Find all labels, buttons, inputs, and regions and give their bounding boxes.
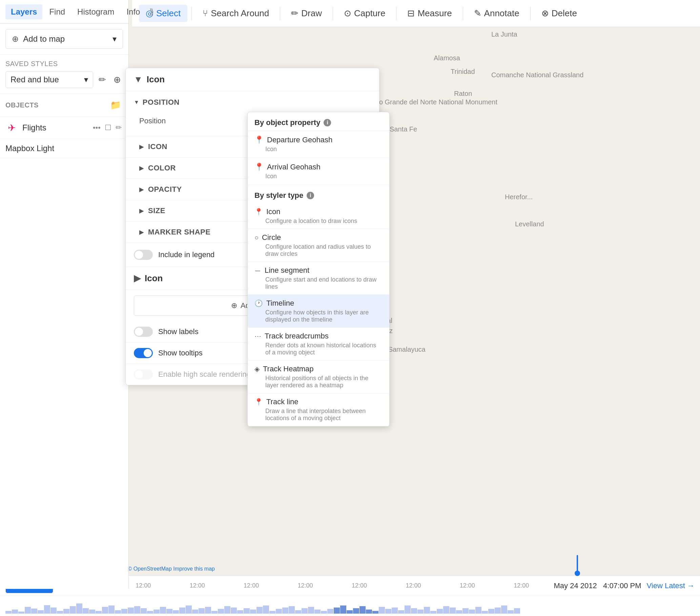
- position-header[interactable]: ▼ POSITION: [134, 98, 371, 107]
- timeline-bar-39: [257, 607, 263, 614]
- timeline-bar-34: [224, 606, 230, 614]
- timeline-bar-45: [295, 610, 301, 614]
- capture-button[interactable]: ⊙ Capture: [337, 5, 392, 22]
- flights-more-button[interactable]: •••: [91, 122, 102, 134]
- styler-name-line-segment: ⸺ Line segment: [254, 266, 383, 275]
- map-label: Alamosa: [434, 54, 460, 62]
- draw-button[interactable]: ✏ Draw: [284, 5, 329, 22]
- styler-desc-track-breadcrumbs: Render dots at known historical location…: [254, 342, 383, 356]
- tab-histogram[interactable]: Histogram: [72, 4, 120, 19]
- map-label: Levelland: [515, 220, 544, 228]
- styler-desc-line-segment: Configure start and end locations to dra…: [254, 276, 383, 290]
- show-labels-toggle[interactable]: [134, 327, 153, 337]
- date-display: May 24 2012 4:07:00 PM View Latest →: [554, 581, 695, 590]
- styler-desc-icon: Configure a location to draw icons: [254, 217, 383, 225]
- timeline-bar-76: [495, 607, 501, 614]
- timeline-bar-36: [237, 610, 243, 614]
- timeline-bar-74: [482, 611, 488, 614]
- timeline-bar-15: [102, 607, 108, 614]
- include-in-legend-label: Include in legend: [158, 250, 214, 259]
- add-to-map-button[interactable]: ⊕ Add to map ▾: [5, 29, 123, 49]
- styler-item-line-segment[interactable]: ⸺ Line segment Configure start and end l…: [248, 262, 389, 295]
- arrival-geohash-type: Icon: [254, 173, 383, 180]
- delete-button[interactable]: ⊗ Delete: [535, 5, 584, 22]
- icon-panel-title: Icon: [147, 74, 165, 85]
- map-label: Herefor...: [505, 193, 533, 201]
- map-label: La Junta: [491, 30, 517, 38]
- high-scale-label: Enable high scale rendering: [158, 370, 251, 379]
- timeline-bar-77: [501, 605, 507, 614]
- timeline-bar-48: [314, 609, 321, 614]
- timeline-bar-59: [385, 609, 391, 614]
- styler-name-track-line: 📍 Track line: [254, 398, 383, 406]
- styler-desc-track-line: Draw a line that interpolates between lo…: [254, 407, 383, 422]
- styler-item-track-heatmap[interactable]: ◈ Track Heatmap Historical positions of …: [248, 361, 389, 393]
- arrival-geohash-item[interactable]: 📍 Arrival Geohash Icon: [248, 158, 389, 185]
- toolbar-separator-1: [191, 7, 192, 20]
- add-to-map-content: ⊕ Add to map: [12, 34, 65, 44]
- arrival-geohash-name: 📍 Arrival Geohash: [254, 163, 383, 172]
- styler-icon-timeline: 🕐: [254, 299, 263, 307]
- color-section-arrow: ▶: [139, 164, 144, 172]
- add-style-button[interactable]: ⊕: [111, 73, 123, 87]
- search-around-label: Search Around: [211, 8, 269, 18]
- objects-folder-button[interactable]: 📁: [108, 98, 123, 113]
- styler-item-track-line[interactable]: 📍 Track line Draw a line that interpolat…: [248, 393, 389, 426]
- search-around-button[interactable]: ⑂ Search Around: [196, 5, 276, 22]
- timeline-bar-10: [70, 606, 76, 614]
- tab-find[interactable]: Find: [44, 4, 71, 19]
- tick-7: 12:00: [460, 582, 475, 589]
- sidebar-collapse-button[interactable]: ⟫: [147, 4, 157, 19]
- high-scale-toggle[interactable]: [134, 369, 153, 379]
- styler-item-icon[interactable]: 📍 Icon Configure a location to draw icon…: [248, 203, 389, 229]
- departure-geohash-item[interactable]: 📍 Departure Geohash Icon: [248, 131, 389, 158]
- style-dropdown[interactable]: Red and blue ▾: [5, 71, 93, 88]
- mapbox-light-layer-item[interactable]: Mapbox Light: [0, 139, 128, 158]
- timeline-bar-33: [218, 609, 224, 614]
- tab-layers[interactable]: Layers: [5, 4, 42, 19]
- styler-item-track-breadcrumbs[interactable]: ⋯ Track breadcrumbs Render dots at known…: [248, 328, 389, 361]
- show-tooltips-label: Show tooltips: [158, 349, 203, 357]
- show-tooltips-toggle[interactable]: [134, 348, 153, 358]
- map-label: Trinidad: [451, 68, 475, 76]
- flights-pencil-button[interactable]: ✏: [114, 122, 123, 134]
- flights-layer-item[interactable]: ✈ Flights ••• ☐ ✏: [0, 117, 128, 139]
- capture-label: Capture: [354, 8, 386, 18]
- info-icon-object: i: [324, 119, 331, 126]
- styler-label-track-line: Track line: [266, 398, 299, 406]
- include-in-legend-toggle[interactable]: [134, 250, 153, 260]
- timeline-bar-6: [44, 605, 50, 614]
- position-title: POSITION: [143, 98, 179, 107]
- timeline-bar-72: [469, 609, 475, 614]
- timeline-bar-69: [450, 607, 456, 614]
- timeline-bar-73: [475, 607, 482, 614]
- timeline-bar-21: [141, 608, 147, 614]
- flights-edit-button[interactable]: ☐: [103, 122, 113, 134]
- select-button[interactable]: ◎ Select: [139, 5, 187, 22]
- styler-item-timeline[interactable]: 🕐 Timeline Configure how objects in this…: [248, 295, 389, 328]
- timeline-bar-24: [160, 607, 166, 614]
- styler-name-timeline: 🕐 Timeline: [254, 299, 383, 308]
- timeline-bar-2: [18, 612, 24, 614]
- map-label: Rio Grande del Norte National Monument: [373, 98, 497, 106]
- measure-button[interactable]: ⊟ Measure: [400, 5, 459, 22]
- annotate-button[interactable]: ✎ Annotate: [467, 5, 526, 22]
- timeline-bar-23: [153, 609, 160, 614]
- tab-info[interactable]: Info: [121, 4, 145, 19]
- date-label: May 24 2012 4:07:00 PM: [554, 581, 641, 590]
- timeline-bar-14: [96, 611, 102, 614]
- timeline-bar-49: [321, 611, 327, 614]
- edit-style-button[interactable]: ✏: [97, 73, 108, 87]
- toolbar-separator-2: [280, 7, 280, 20]
- styler-icon-track-heatmap: ◈: [254, 365, 260, 373]
- styler-icon-circle: ○: [254, 234, 259, 242]
- tick-3: 12:00: [243, 582, 259, 589]
- icon-panel-collapse-arrow[interactable]: ▼: [134, 74, 143, 85]
- styler-item-circle[interactable]: ○ Circle Configure location and radius v…: [248, 229, 389, 262]
- delete-icon: ⊗: [541, 8, 549, 18]
- view-latest-button[interactable]: View Latest →: [647, 581, 695, 590]
- map-label: Santa Fe: [390, 125, 417, 133]
- size-section-arrow: ▶: [139, 207, 144, 214]
- departure-geohash-label: Departure Geohash: [267, 136, 333, 144]
- timeline-bar-50: [327, 609, 334, 614]
